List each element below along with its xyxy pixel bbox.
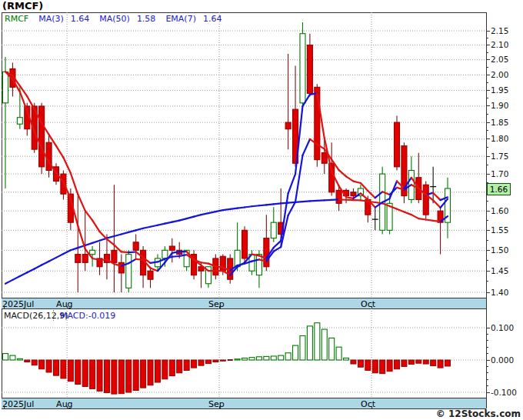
macd-bar-negative bbox=[82, 360, 88, 386]
ma50-line-segment bbox=[20, 272, 27, 276]
ema7-line-segment bbox=[100, 232, 107, 239]
macd-bar-positive bbox=[271, 356, 276, 360]
price-tick-label: 1.50 bbox=[491, 245, 508, 255]
macd-bar-negative bbox=[205, 360, 211, 364]
macd-bar-positive bbox=[242, 358, 248, 360]
price-tick-label: 1.70 bbox=[491, 169, 508, 178]
candle-body bbox=[307, 45, 312, 94]
ema7-line-segment bbox=[433, 193, 440, 200]
ma50-line-segment bbox=[194, 215, 201, 216]
price-tick-label: 1.85 bbox=[491, 118, 508, 127]
macd-bar-negative bbox=[192, 360, 197, 368]
ma50-line-segment bbox=[397, 209, 404, 212]
ma50-line-segment bbox=[12, 276, 19, 280]
ma50-line-segment bbox=[63, 250, 70, 254]
price-tick-label: 2.15 bbox=[491, 26, 508, 35]
month-label: Oct bbox=[361, 299, 375, 309]
page-title: (RMCF) bbox=[2, 0, 43, 12]
candle-body bbox=[242, 230, 248, 258]
ma50-line-segment bbox=[49, 258, 56, 262]
legend-item-ema7: EMA(7) 1.64 bbox=[165, 14, 222, 24]
legend-ema7-label: EMA(7) bbox=[165, 14, 196, 24]
macd-bar-positive bbox=[285, 353, 291, 360]
candle-body bbox=[264, 238, 269, 267]
ema7-line-segment bbox=[151, 262, 158, 262]
candle-body bbox=[256, 255, 262, 275]
candle-body bbox=[395, 122, 400, 167]
ema7-line-segment bbox=[63, 158, 70, 173]
ma50-line-segment bbox=[259, 205, 266, 205]
price-tick-label: 2.05 bbox=[491, 55, 508, 64]
candle-body bbox=[336, 190, 341, 203]
macd-bar-negative bbox=[97, 360, 102, 391]
price-tick-label: 1.55 bbox=[491, 225, 508, 235]
macd-bar-negative bbox=[162, 360, 168, 379]
macd-bar-negative bbox=[133, 360, 138, 390]
macd-bar-positive bbox=[249, 358, 255, 360]
candle-body bbox=[285, 122, 291, 129]
ma3-line-segment bbox=[136, 259, 143, 260]
last-price-badge: 1.66 bbox=[487, 183, 511, 195]
macd-bar-negative bbox=[90, 360, 95, 388]
macd-bar-positive bbox=[344, 358, 349, 360]
macd-tick-label: 0.100 bbox=[491, 323, 514, 332]
x-axis-macd: 2025JulAugSepOct bbox=[0, 398, 523, 409]
ema7-line-segment bbox=[288, 202, 295, 215]
macd-label-separator bbox=[53, 310, 54, 321]
ma50-line-segment bbox=[92, 241, 99, 243]
price-tick-label: 2.00 bbox=[491, 70, 508, 79]
price-tick-label: 1.95 bbox=[491, 85, 508, 95]
ma50-line-segment bbox=[274, 203, 281, 204]
macd-bar-negative bbox=[365, 360, 371, 370]
candle-body bbox=[90, 250, 95, 254]
ema7-line-segment bbox=[78, 195, 85, 211]
price-tick-label: 1.60 bbox=[491, 206, 508, 215]
macd-tick-label: -0.100 bbox=[491, 388, 517, 397]
ma50-line-segment bbox=[215, 210, 222, 212]
ma50-line-segment bbox=[404, 212, 411, 215]
candle-body bbox=[112, 250, 117, 262]
price-tick-label: 1.75 bbox=[491, 152, 508, 161]
macd-bar-positive bbox=[300, 336, 305, 361]
macd-bar-negative bbox=[68, 360, 73, 382]
month-label: Oct bbox=[361, 399, 375, 409]
macd-bar-negative bbox=[169, 360, 175, 376]
month-label: 2025Jul bbox=[2, 299, 34, 309]
ma50-line-segment bbox=[230, 208, 237, 209]
candle-body bbox=[162, 250, 168, 258]
macd-bar-negative bbox=[126, 360, 132, 392]
candle-body bbox=[3, 72, 8, 102]
ma3-line-segment bbox=[361, 193, 368, 199]
macd-bar-negative bbox=[25, 360, 30, 362]
ma50-line-segment bbox=[172, 221, 179, 222]
macd-bar-positive bbox=[235, 359, 240, 360]
ma50-line-segment bbox=[208, 212, 215, 213]
macd-params-label: MACD(26,12,9) bbox=[4, 311, 68, 321]
macd-bar-negative bbox=[53, 360, 58, 375]
macd-bar-negative bbox=[438, 360, 443, 368]
macd-bar-positive bbox=[293, 345, 298, 360]
macd-bar-positive bbox=[315, 323, 320, 360]
candle-body bbox=[148, 271, 153, 279]
ma50-line-segment bbox=[295, 202, 302, 202]
ma50-line-segment bbox=[27, 268, 34, 272]
month-label: Aug bbox=[56, 299, 72, 309]
ema7-line-segment bbox=[71, 173, 78, 195]
candle-body bbox=[39, 106, 45, 167]
ma50-line-segment bbox=[238, 207, 245, 208]
candle-body bbox=[271, 222, 276, 238]
macd-bar-positive bbox=[264, 356, 269, 360]
macd-bar-negative bbox=[372, 360, 378, 373]
macd-bar-positive bbox=[329, 338, 335, 360]
ema7-line-segment bbox=[368, 191, 375, 198]
candle-body bbox=[75, 255, 81, 263]
macd-tick-label: 0.000 bbox=[491, 355, 514, 365]
ma50-line-segment bbox=[151, 225, 158, 227]
macd-bar-negative bbox=[213, 360, 218, 362]
ema7-line-segment bbox=[128, 252, 135, 252]
ema7-line-segment bbox=[56, 146, 63, 158]
ma50-line-segment bbox=[158, 224, 165, 225]
macd-bar-positive bbox=[278, 355, 284, 360]
candle-body bbox=[82, 255, 88, 263]
candle-body bbox=[61, 174, 66, 194]
